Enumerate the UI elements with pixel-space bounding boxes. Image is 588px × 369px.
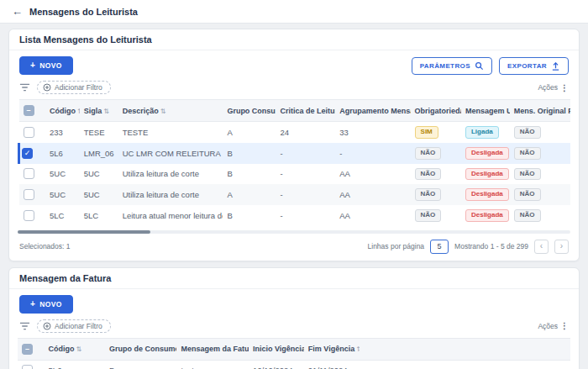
status-badge: Desligada (465, 209, 509, 222)
column-header-grupo-consumo[interactable]: Grupo Consumo⇅ (223, 100, 276, 122)
column-header-descricao[interactable]: Descrição⇅ (118, 100, 223, 122)
table-row: 5L6 B teste mensagem 16/10/2024 01/11/20… (18, 360, 570, 369)
status-badge: NÃO (514, 147, 541, 160)
fatura-card-title: Mensagem da Fatura (9, 268, 579, 289)
page-content: Lista Mensagens do Leiturista + NOVO PAR… (0, 24, 588, 369)
add-filter-chip[interactable]: Adicionar Filtro (37, 319, 111, 333)
column-header-obrigatoriedade[interactable]: Obrigatoriedade⇅ (411, 100, 461, 122)
prev-page-button[interactable]: ‹ (534, 240, 549, 254)
table-row: 233 TESE TESTE A 24 33 SIM Ligada NÃO (19, 122, 571, 143)
minus-icon: – (26, 107, 30, 114)
fatura-toolbar: + NOVO (9, 289, 579, 318)
circle-plus-icon (43, 83, 51, 92)
sort-icon: ⇅ (103, 108, 109, 115)
filter-icon[interactable] (19, 82, 30, 92)
actions-menu[interactable]: Ações ⋮ (538, 321, 569, 330)
table-row-selected: ✓ 5L6 LMR_06 UC LMR COM RELEITURA B - - … (19, 143, 571, 164)
horizontal-scrollbar (18, 230, 570, 234)
status-badge: NÃO (514, 209, 541, 222)
list-table-footer: Selecionados: 1 Linhas por página 5 Most… (9, 234, 579, 261)
column-header-mensagem-ucs[interactable]: Mensagem Ucs⇅ (461, 100, 510, 122)
list-toolbar: + NOVO PARÂMETROS EXPORTAR (9, 50, 579, 79)
table-header-row: – Código⇅ Sigla⇅ Descrição⇅ Grupo Consum… (19, 100, 571, 122)
back-arrow-icon[interactable]: ← (12, 5, 23, 18)
parametros-button[interactable]: PARÂMETROS (412, 57, 492, 75)
column-header-prevalece[interactable]: Mens. Original Prevalece⇅ (510, 100, 570, 122)
selected-count: Selecionados: 1 (19, 242, 71, 250)
row-checkbox[interactable] (24, 210, 34, 221)
sort-icon: ⇅ (160, 108, 166, 115)
status-badge: Desligada (465, 147, 509, 160)
status-badge: Desligada (465, 168, 509, 181)
filter-icon[interactable] (19, 321, 30, 331)
table-row: 5LC 5LC Leitura atual menor leitura de c… (19, 205, 571, 226)
page-title: Mensagens do Leiturista (29, 7, 138, 17)
actions-menu[interactable]: Ações ⋮ (538, 83, 569, 92)
status-badge: NÃO (415, 147, 442, 160)
column-header-grupo-consumo[interactable]: Grupo de Consumo⇅ (105, 338, 177, 360)
kebab-icon: ⋮ (560, 321, 569, 330)
plus-icon: + (30, 300, 35, 308)
circle-plus-icon (43, 322, 51, 330)
select-all-checkbox[interactable]: – (24, 105, 34, 116)
column-header-fim-vigencia[interactable]: Fim Vigência⇅ (304, 338, 360, 360)
status-badge: Desligada (465, 188, 509, 201)
sort-icon: ⇅ (356, 345, 359, 353)
table-header-row: – Código⇅ Grupo de Consumo⇅ Mensagem da … (18, 338, 570, 360)
column-header-sigla[interactable]: Sigla⇅ (80, 100, 118, 122)
sort-icon: ⇅ (76, 345, 82, 353)
table-row: 5UC 5UC Utiliza leitura de corte A - AA … (19, 184, 571, 205)
rows-per-page-select[interactable]: 5 (430, 240, 449, 254)
row-checkbox[interactable]: ✓ (22, 148, 33, 159)
column-header-inicio-vigencia[interactable]: Inicio Vigência⇅ (249, 338, 304, 360)
list-card-title: Lista Mensagens do Leiturista (9, 29, 579, 50)
column-header-mensagem-fatura[interactable]: Mensagem da Fatura⇅ (176, 338, 249, 360)
toolbar-right: PARÂMETROS EXPORTAR (412, 57, 569, 75)
novo-button[interactable]: + NOVO (19, 295, 73, 314)
status-badge: NÃO (514, 188, 541, 201)
fatura-card: Mensagem da Fatura + NOVO Adicionar Filt… (8, 267, 580, 369)
list-filter-bar: Adicionar Filtro Ações ⋮ (9, 79, 579, 99)
list-card: Lista Mensagens do Leiturista + NOVO PAR… (8, 29, 580, 261)
status-badge: NÃO (415, 188, 442, 201)
row-checkbox[interactable] (24, 189, 34, 200)
leiturista-table: – Código⇅ Sigla⇅ Descrição⇅ Grupo Consum… (18, 99, 570, 226)
status-badge: NÃO (415, 209, 442, 222)
column-header-critica[interactable]: Critica de Leitura⇅ (276, 100, 335, 122)
search-icon (475, 61, 484, 71)
next-page-button[interactable]: › (554, 240, 569, 254)
fatura-filter-bar: Adicionar Filtro Ações ⋮ (9, 318, 579, 338)
table-row: 5UC 5UC Utiliza leitura de corte B - AA … (19, 164, 571, 185)
column-header-codigo[interactable]: Código⇅ (45, 100, 80, 122)
showing-text: Mostrando 1 - 5 de 299 (454, 242, 528, 250)
row-checkbox[interactable] (24, 168, 34, 179)
select-all-checkbox[interactable]: – (22, 344, 33, 355)
column-header-agrupamento[interactable]: Agrupamento Mensagem⇅ (335, 100, 410, 122)
status-badge: NÃO (514, 168, 541, 181)
status-badge: SIM (415, 126, 438, 139)
row-checkbox[interactable] (22, 365, 33, 369)
exportar-button[interactable]: EXPORTAR (499, 57, 569, 75)
select-all-header[interactable]: – (19, 100, 46, 122)
minus-icon: – (25, 345, 29, 353)
add-filter-chip[interactable]: Adicionar Filtro (37, 81, 111, 94)
column-header-filler (360, 338, 570, 360)
sort-icon: ⇅ (77, 108, 80, 115)
status-badge: NÃO (514, 126, 541, 139)
row-checkbox[interactable] (24, 127, 34, 138)
scrollbar-thumb[interactable] (18, 230, 150, 234)
rows-per-page-label: Linhas por página (368, 242, 425, 250)
novo-button[interactable]: + NOVO (19, 56, 73, 75)
column-header-codigo[interactable]: Código⇅ (45, 338, 105, 360)
fatura-table: – Código⇅ Grupo de Consumo⇅ Mensagem da … (18, 338, 570, 369)
select-all-header[interactable]: – (18, 338, 45, 360)
plus-icon: + (30, 61, 35, 70)
check-icon: ✓ (24, 150, 31, 157)
topbar: ← Mensagens do Leiturista (0, 0, 588, 24)
kebab-icon: ⋮ (560, 83, 569, 92)
export-icon (551, 61, 560, 71)
status-badge: Ligada (465, 126, 499, 139)
status-badge: NÃO (415, 168, 442, 181)
